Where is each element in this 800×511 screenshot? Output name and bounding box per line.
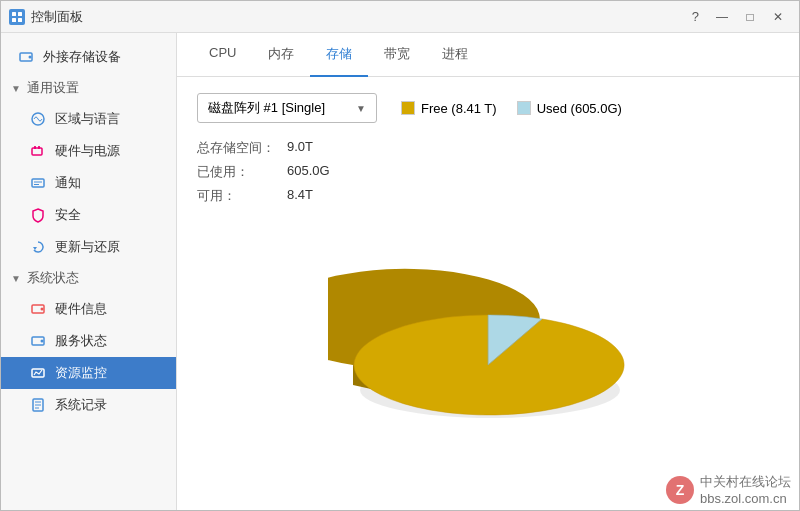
window-title: 控制面板: [31, 8, 83, 26]
stat-used: 已使用： 605.0G: [197, 163, 779, 181]
legend-free-color: [401, 101, 415, 115]
sidebar-label-external-storage: 外接存储设备: [43, 48, 121, 66]
svg-rect-10: [32, 179, 44, 187]
svg-marker-13: [33, 247, 37, 250]
sidebar-item-service-status[interactable]: 服务状态: [1, 325, 176, 357]
sidebar-label-notification: 通知: [55, 174, 81, 192]
stat-total-value: 9.0T: [287, 139, 313, 157]
legend-used: Used (605.0G): [517, 101, 622, 116]
sidebar-item-region[interactable]: 区域与语言: [1, 103, 176, 135]
tab-cpu[interactable]: CPU: [193, 33, 252, 77]
sidebar-item-system-log[interactable]: 系统记录: [1, 389, 176, 421]
chevron-down-icon: ▼: [11, 83, 21, 94]
external-storage-icon: [17, 48, 35, 66]
sidebar-item-external-storage[interactable]: 外接存储设备: [1, 41, 176, 73]
sidebar-label-system-log: 系统记录: [55, 396, 107, 414]
stats-area: 总存储空间： 9.0T 已使用： 605.0G 可用： 8.4T: [197, 139, 779, 205]
legend-used-label: Used (605.0G): [537, 101, 622, 116]
sidebar-label-service-status: 服务状态: [55, 332, 107, 350]
svg-rect-7: [32, 148, 42, 155]
chart-legend: Free (8.41 T) Used (605.0G): [401, 101, 622, 116]
svg-rect-2: [12, 18, 16, 22]
tab-bandwidth[interactable]: 带宽: [368, 33, 426, 77]
titlebar: 控制面板 ? — □ ✕: [1, 1, 799, 33]
pie-chart: [328, 215, 648, 435]
sidebar-section-general[interactable]: ▼ 通用设置: [1, 73, 176, 103]
disk-selector-row: 磁盘阵列 #1 [Single] ▼ Free (8.41 T) Used (6…: [197, 93, 779, 123]
sidebar-label-update: 更新与还原: [55, 238, 120, 256]
app-icon: [9, 9, 25, 25]
system-log-icon: [29, 396, 47, 414]
main-panel-wrapper: CPU 内存 存储 带宽 进程 磁盘阵列 #1 [Single] ▼: [177, 33, 799, 510]
sidebar: 外接存储设备 ▼ 通用设置 区域与语言: [1, 33, 177, 510]
sidebar-section-status-label: 系统状态: [27, 269, 79, 287]
tabs-bar: CPU 内存 存储 带宽 进程: [177, 33, 799, 77]
legend-used-color: [517, 101, 531, 115]
close-button[interactable]: ✕: [765, 6, 791, 28]
legend-free: Free (8.41 T): [401, 101, 497, 116]
svg-rect-9: [38, 146, 40, 149]
disk-dropdown-label: 磁盘阵列 #1 [Single]: [208, 99, 325, 117]
svg-rect-8: [34, 146, 36, 149]
sidebar-item-notification[interactable]: 通知: [1, 167, 176, 199]
titlebar-controls: ? — □ ✕: [692, 6, 791, 28]
sidebar-item-update[interactable]: 更新与还原: [1, 231, 176, 263]
notification-icon: [29, 174, 47, 192]
sidebar-label-hardware-power: 硬件与电源: [55, 142, 120, 160]
svg-point-17: [41, 340, 44, 343]
sidebar-item-hardware-info[interactable]: 硬件信息: [1, 293, 176, 325]
dropdown-arrow-icon: ▼: [356, 103, 366, 114]
update-icon: [29, 238, 47, 256]
security-icon: [29, 206, 47, 224]
stat-total: 总存储空间： 9.0T: [197, 139, 779, 157]
disk-dropdown[interactable]: 磁盘阵列 #1 [Single] ▼: [197, 93, 377, 123]
tab-storage[interactable]: 存储: [310, 33, 368, 77]
storage-panel: 磁盘阵列 #1 [Single] ▼ Free (8.41 T) Used (6…: [177, 77, 799, 510]
region-icon: [29, 110, 47, 128]
maximize-button[interactable]: □: [737, 6, 763, 28]
tab-process[interactable]: 进程: [426, 33, 484, 77]
stat-used-value: 605.0G: [287, 163, 330, 181]
main-panel: CPU 内存 存储 带宽 进程 磁盘阵列 #1 [Single] ▼: [177, 33, 799, 510]
sidebar-label-hardware-info: 硬件信息: [55, 300, 107, 318]
tab-memory[interactable]: 内存: [252, 33, 310, 77]
chart-area: [197, 215, 779, 435]
help-label[interactable]: ?: [692, 9, 699, 24]
svg-rect-1: [18, 12, 22, 16]
titlebar-left: 控制面板: [9, 8, 83, 26]
chevron-down-icon-2: ▼: [11, 273, 21, 284]
service-status-icon: [29, 332, 47, 350]
hardware-info-icon: [29, 300, 47, 318]
svg-point-5: [29, 56, 32, 59]
sidebar-section-general-label: 通用设置: [27, 79, 79, 97]
sidebar-label-security: 安全: [55, 206, 81, 224]
sidebar-section-status[interactable]: ▼ 系统状态: [1, 263, 176, 293]
resource-monitor-icon: [29, 364, 47, 382]
sidebar-item-security[interactable]: 安全: [1, 199, 176, 231]
stat-available-label: 可用：: [197, 187, 287, 205]
sidebar-label-resource-monitor: 资源监控: [55, 364, 107, 382]
svg-rect-3: [18, 18, 22, 22]
stat-used-label: 已使用：: [197, 163, 287, 181]
sidebar-label-region: 区域与语言: [55, 110, 120, 128]
stat-available: 可用： 8.4T: [197, 187, 779, 205]
minimize-button[interactable]: —: [709, 6, 735, 28]
sidebar-item-resource-monitor[interactable]: 资源监控: [1, 357, 176, 389]
stat-available-value: 8.4T: [287, 187, 313, 205]
content-area: 外接存储设备 ▼ 通用设置 区域与语言: [1, 33, 799, 510]
legend-free-label: Free (8.41 T): [421, 101, 497, 116]
svg-point-15: [41, 308, 44, 311]
stat-total-label: 总存储空间：: [197, 139, 287, 157]
main-window: 控制面板 ? — □ ✕ 外接存储设备 ▼: [0, 0, 800, 511]
svg-rect-0: [12, 12, 16, 16]
hardware-power-icon: [29, 142, 47, 160]
sidebar-item-hardware-power[interactable]: 硬件与电源: [1, 135, 176, 167]
